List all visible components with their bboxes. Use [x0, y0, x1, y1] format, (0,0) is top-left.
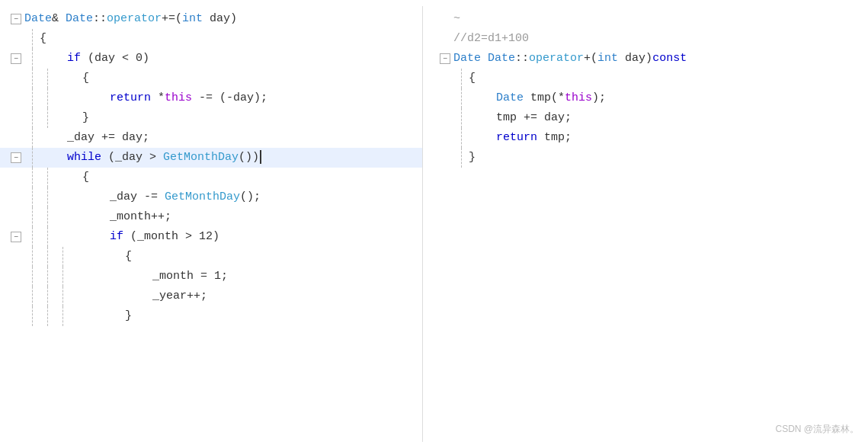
code-line-while: − while (_day > GetMonthDay()): [0, 148, 422, 168]
code-text: _day -= GetMonthDay();: [55, 187, 261, 207]
code-line: _day -= GetMonthDay();: [0, 187, 422, 207]
code-text: }: [70, 306, 132, 326]
indent-col: [40, 108, 55, 128]
fold-button[interactable]: −: [440, 53, 450, 64]
indent-col: [40, 88, 55, 108]
right-panel: ~ //d2=d1+100 − Date Date::operator+(int…: [423, 6, 868, 442]
indent-col: [453, 88, 469, 108]
code-line: Date tmp(*this);: [429, 88, 868, 108]
code-text: return tmp;: [469, 128, 572, 148]
indent-col: [40, 247, 55, 267]
code-text: {: [55, 69, 89, 88]
fold-gutter[interactable]: −: [3, 53, 24, 64]
code-text: }: [469, 148, 476, 168]
code-line: {: [0, 29, 422, 49]
indent-col: [40, 207, 55, 227]
code-line: − if (_month > 12): [0, 227, 422, 247]
code-text: _month = 1;: [70, 267, 228, 286]
indent-col: [55, 306, 70, 326]
code-text: return *this -= (-day);: [55, 88, 267, 108]
code-text: if (day < 0): [40, 49, 149, 69]
indent-col: [453, 148, 469, 168]
fold-button[interactable]: −: [11, 53, 21, 64]
indent-col: [40, 227, 55, 247]
fold-button[interactable]: −: [11, 14, 21, 24]
code-line: _day += day;: [0, 128, 422, 148]
fold-gutter[interactable]: −: [3, 14, 24, 24]
indent-col: [24, 128, 40, 148]
code-line: _month++;: [0, 207, 422, 227]
code-line: {: [0, 168, 422, 187]
indent-col: [40, 286, 55, 306]
indent-col: [55, 286, 70, 306]
indent-col: [24, 187, 40, 207]
fold-button[interactable]: −: [11, 152, 21, 163]
fold-button[interactable]: −: [11, 232, 21, 242]
code-line: return *this -= (-day);: [0, 88, 422, 108]
indent-col: [24, 306, 40, 326]
indent-col: [24, 88, 40, 108]
left-panel: − Date& Date::operator+=(int day) { − if…: [0, 6, 423, 442]
indent-col: [453, 128, 469, 148]
code-text: Date& Date::operator+=(int day): [24, 9, 237, 29]
code-text: //d2=d1+100: [453, 29, 529, 49]
code-line: − Date Date::operator+(int day)const: [429, 49, 868, 69]
code-text: while (_day > GetMonthDay()): [40, 148, 261, 168]
indent-col: [55, 267, 70, 286]
code-text: Date tmp(*this);: [469, 88, 606, 108]
indent-col: [55, 247, 70, 267]
code-text: {: [469, 69, 476, 88]
code-text: _month++;: [55, 207, 171, 227]
code-line: − Date& Date::operator+=(int day): [0, 9, 422, 29]
indent-col: [453, 108, 469, 128]
code-text: _year++;: [70, 286, 207, 306]
indent-col: [40, 267, 55, 286]
indent-col: [40, 187, 55, 207]
indent-col: [24, 267, 40, 286]
indent-col: [24, 29, 40, 49]
indent-col: [24, 207, 40, 227]
code-line: return tmp;: [429, 128, 868, 148]
fold-gutter[interactable]: −: [432, 53, 453, 64]
indent-col: [24, 286, 40, 306]
fold-gutter[interactable]: −: [3, 232, 24, 242]
code-text: {: [40, 29, 46, 49]
code-line: ~: [429, 9, 868, 29]
code-line: {: [429, 69, 868, 88]
watermark: CSDN @流异森林。: [775, 423, 859, 436]
indent-col: [24, 168, 40, 187]
code-text: if (_month > 12): [55, 227, 219, 247]
code-text: tmp += day;: [469, 108, 572, 128]
code-line: //d2=d1+100: [429, 29, 868, 49]
code-line: _month = 1;: [0, 267, 422, 286]
indent-col: [24, 148, 40, 168]
code-line: _year++;: [0, 286, 422, 306]
indent-col: [40, 306, 55, 326]
code-text: {: [55, 168, 89, 187]
code-line: − if (day < 0): [0, 49, 422, 69]
indent-col: [24, 49, 40, 69]
indent-col: [24, 108, 40, 128]
code-text: _day += day;: [40, 128, 149, 148]
code-line: }: [0, 108, 422, 128]
indent-col: [40, 168, 55, 187]
code-container: − Date& Date::operator+=(int day) { − if…: [0, 0, 868, 448]
indent-col: [453, 69, 469, 88]
code-text: {: [70, 247, 132, 267]
code-line: }: [429, 148, 868, 168]
code-line: }: [0, 306, 422, 326]
code-text: ~: [453, 9, 460, 29]
code-text: Date Date::operator+(int day)const: [453, 49, 687, 69]
indent-col: [40, 69, 55, 88]
indent-col: [24, 247, 40, 267]
indent-col: [24, 227, 40, 247]
code-line: {: [0, 247, 422, 267]
code-text: }: [55, 108, 89, 128]
code-line: {: [0, 69, 422, 88]
indent-col: [24, 69, 40, 88]
fold-gutter[interactable]: −: [3, 152, 24, 163]
code-line: tmp += day;: [429, 108, 868, 128]
